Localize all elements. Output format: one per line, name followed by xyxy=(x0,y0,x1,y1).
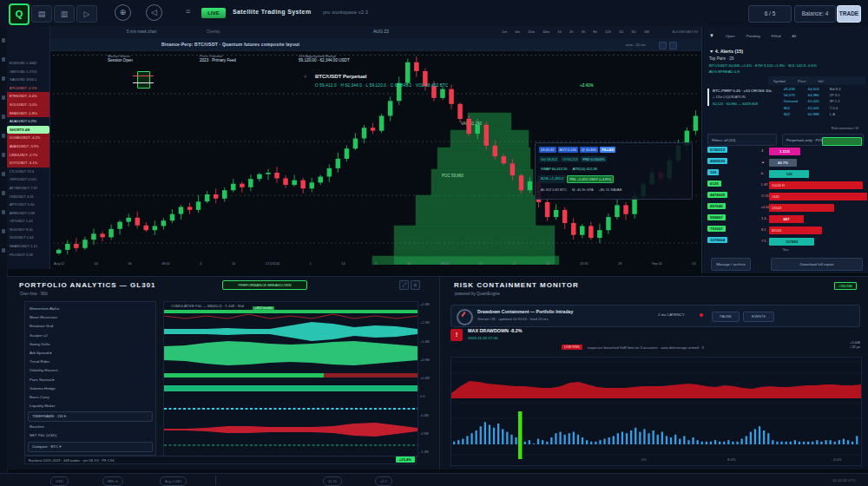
watchlist-item[interactable]: XRP/USDT 0.522 xyxy=(7,175,49,184)
watchlist-item[interactable]: BTC/USDT -2.1% xyxy=(7,84,49,93)
book-row[interactable]: 7910078 1 , 1882543 xyxy=(706,225,865,235)
timeframe-chip[interactable]: 1D xyxy=(617,29,625,35)
strategy-item[interactable]: Liquidity Maker xyxy=(25,402,155,410)
rail-glyph[interactable] xyxy=(2,191,5,195)
rail-glyph[interactable] xyxy=(2,115,5,119)
book-row[interactable]: 6123L 87 , 911024 H xyxy=(706,180,865,190)
crosshair-icon[interactable]: ⊕ xyxy=(115,4,131,21)
strategy-item[interactable]: Basis Carry xyxy=(25,393,155,402)
timeframe-chip[interactable]: 8h xyxy=(591,29,599,35)
panels-icon[interactable]: ▥ xyxy=(54,5,75,23)
watchlist-item[interactable]: EUR/USD 1.0842 xyxy=(7,59,49,68)
strategy-item[interactable]: Breakout Grid xyxy=(25,322,155,331)
watchlist-item[interactable]: LTC/USDT 72.4 xyxy=(7,167,49,176)
timeframe-chip[interactable]: 1m xyxy=(500,29,509,35)
filter-column[interactable]: Open xyxy=(726,34,735,38)
watchlist-item[interactable]: XAU/USD 1934.2 xyxy=(7,76,49,84)
filter-column[interactable]: Pending xyxy=(746,34,760,38)
timeframe-select[interactable]: TIMEFRAME · 1W ▾ xyxy=(28,411,153,422)
book-row[interactable]: 4909535▲40.7% xyxy=(706,157,865,167)
filter-column[interactable]: All xyxy=(792,34,796,38)
settings-square-icon[interactable] xyxy=(659,42,667,49)
compare-select[interactable]: Compare · BTC ▾ xyxy=(28,442,153,452)
events-chip[interactable]: EVENTS xyxy=(743,312,774,322)
trade-button[interactable]: TRADE xyxy=(837,5,861,23)
watchlist-item[interactable]: DOGE/USDT -4.2% xyxy=(7,134,49,142)
watchlist-item[interactable]: SOL/USDT -5.0% xyxy=(7,101,49,109)
balance-button[interactable]: Balance: 4 xyxy=(794,5,836,23)
rail-glyph[interactable] xyxy=(2,248,5,253)
watchlist-item[interactable]: SUI/USDT 0.44 xyxy=(7,233,49,242)
ratio-button[interactable]: 6 / 5 xyxy=(748,5,792,23)
watchlist-item[interactable]: SHORTS 4/8 xyxy=(7,126,49,135)
watchlist-item[interactable]: NEAR/USDT 1.12 xyxy=(7,242,49,251)
rail-glyph[interactable] xyxy=(2,76,5,81)
book-row[interactable]: 4474025O 21 , 9#431 xyxy=(706,191,865,201)
watchlist-item[interactable]: ATOM/USDT 7.92 xyxy=(7,184,49,193)
rail-glyph[interactable] xyxy=(2,95,5,100)
filter-box-1[interactable]: Filters: all (10) xyxy=(707,134,777,146)
list-icon[interactable]: ≡ xyxy=(186,7,190,16)
col-symbol[interactable]: Symbol xyxy=(773,79,786,83)
book-row[interactable]: 9998071 4 , 13 · 41827 xyxy=(706,213,865,224)
chart-mode-label[interactable]: Overlay xyxy=(207,30,220,34)
watchlist-item[interactable]: GBP/USD 1.2701 xyxy=(7,68,49,76)
watchlist-item[interactable]: OP/USDT 1.42 xyxy=(7,217,49,226)
strategy-item[interactable]: Volatility Harvest xyxy=(25,366,155,375)
menu-icon[interactable]: ≡ xyxy=(411,280,420,290)
aggregation-label[interactable]: AGGREGATION xyxy=(673,30,698,34)
symbol-title[interactable]: Binance-Perp: BTC/USDT · Quantum futures… xyxy=(161,42,299,47)
timeframe-chip[interactable]: 30m xyxy=(541,29,551,35)
filter-icon[interactable]: ▼ xyxy=(709,33,714,38)
rail-glyph[interactable] xyxy=(2,134,5,138)
col-vol[interactable]: Vol xyxy=(819,79,824,83)
watchlist-item[interactable]: UNI/USDT 4.31 xyxy=(7,193,49,201)
timeframe-chip[interactable]: 3D xyxy=(629,29,637,35)
strategy-item[interactable]: Pairs Neutral ▸ xyxy=(25,376,155,384)
strategy-item[interactable]: Trend Rider xyxy=(25,358,155,366)
watchlist-item[interactable]: ARB/USDT 0.98 xyxy=(7,209,49,218)
rail-glyph[interactable] xyxy=(2,57,5,62)
rail-glyph[interactable] xyxy=(2,229,5,233)
strategy-item[interactable]: Scalper v2 xyxy=(25,332,155,340)
watchlist-item[interactable]: DOT/USDT -3.1% xyxy=(7,159,49,167)
risk-overview-link[interactable]: Risk overview / ⟳ xyxy=(832,126,858,130)
watchlist-item[interactable]: ETH/USDT -3.4% xyxy=(7,92,49,101)
rail-glyph[interactable] xyxy=(2,153,5,157)
timeframe-chip[interactable]: 2h xyxy=(568,29,575,35)
timeframe-chip[interactable]: 1h xyxy=(556,29,563,35)
app-logo-icon[interactable]: Q xyxy=(9,3,30,25)
report-button[interactable]: Download full report xyxy=(771,258,863,271)
timeframe-chip[interactable]: 5m xyxy=(513,29,522,35)
book-row[interactable]: 897640s1 63 , 413543 xyxy=(706,202,865,213)
rail-glyph[interactable] xyxy=(2,210,5,214)
camera-square-icon[interactable] xyxy=(669,42,677,49)
watchlist-item[interactable]: LINK/USDT -2.7% xyxy=(7,151,49,160)
layout-grid-icon[interactable]: ▤ xyxy=(31,5,52,23)
performance-pill[interactable]: PERFORMANCE BREAKDOWN xyxy=(222,280,307,290)
rail-glyph[interactable] xyxy=(2,38,5,43)
strategy-item[interactable]: Swing Delta xyxy=(25,340,155,349)
watchlist-item[interactable]: ADA/USDT 0.291 xyxy=(7,117,49,126)
green-range-input[interactable] xyxy=(822,137,862,146)
expand-icon[interactable]: ⤢ xyxy=(399,280,409,290)
strategy-item[interactable]: Gamma Hedge xyxy=(25,384,155,393)
timeframe-chip[interactable]: 4h xyxy=(580,29,588,35)
watchlist-item[interactable]: FIL/USDT 3.28 xyxy=(7,251,49,259)
timeframe-chip[interactable]: 12h xyxy=(603,29,613,35)
col-price[interactable]: Price xyxy=(798,79,806,83)
filter-column[interactable]: Filled xyxy=(772,34,781,38)
rail-glyph[interactable] xyxy=(2,172,5,176)
play-icon[interactable]: ▷ xyxy=(76,5,97,23)
strategy-item[interactable]: Momentum Alpha xyxy=(25,305,155,313)
timeframe-chip[interactable]: 15m xyxy=(526,29,536,35)
timeframe-chip[interactable]: 1W xyxy=(642,29,651,35)
watchlist-item[interactable]: APT/USDT 5.60 xyxy=(7,200,49,209)
book-row[interactable]: 105b128 xyxy=(706,168,865,179)
alerts-title[interactable]: ▼ 4. Alerts (15) xyxy=(709,49,743,54)
watchlist-item[interactable]: BNB/USDT -1.8% xyxy=(7,109,49,118)
watchlist-item[interactable]: INJ/USDT 8.05 xyxy=(7,226,49,234)
back-icon[interactable]: ◁ xyxy=(146,4,162,21)
book-row[interactable]: 10780047 5 , 68157898 xyxy=(706,236,865,246)
book-row[interactable]: 515031241.1111 xyxy=(706,146,865,156)
